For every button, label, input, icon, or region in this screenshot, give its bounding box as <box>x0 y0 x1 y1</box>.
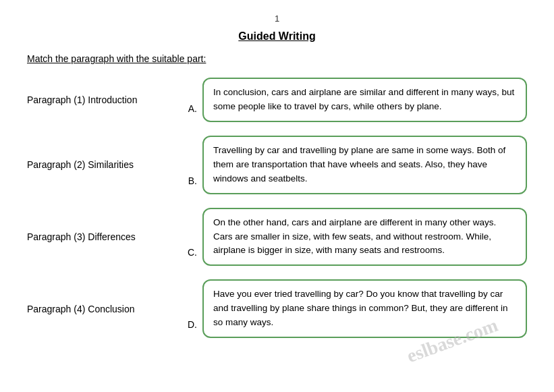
page-title: Guided Writing <box>27 30 527 43</box>
text-box-c: On the other hand, cars and airplane are… <box>202 208 527 267</box>
text-box-b: Travelling by car and travelling by plan… <box>202 136 527 194</box>
table-row: Paragraph (3) Differences C. On the othe… <box>27 208 527 267</box>
table-row: Paragraph (2) Similarities B. Travelling… <box>27 136 527 194</box>
content-area: Paragraph (1) Introduction A. In conclus… <box>27 78 527 338</box>
page: 1 Guided Writing Match the paragraph wit… <box>0 0 554 392</box>
paragraph-label-3: Paragraph (3) Differences <box>27 231 175 242</box>
text-box-d: Have you ever tried travelling by car? D… <box>202 279 527 338</box>
letter-d: D. <box>175 319 202 338</box>
paragraph-label-2: Paragraph (2) Similarities <box>27 159 175 170</box>
letter-b: B. <box>175 175 202 194</box>
table-row: Paragraph (4) Conclusion D. Have you eve… <box>27 279 527 338</box>
table-row: Paragraph (1) Introduction A. In conclus… <box>27 78 527 122</box>
paragraph-label-1: Paragraph (1) Introduction <box>27 94 175 105</box>
instruction-text: Match the paragraph with the suitable pa… <box>27 53 527 64</box>
letter-c: C. <box>175 247 202 266</box>
paragraph-label-4: Paragraph (4) Conclusion <box>27 304 175 314</box>
letter-a: A. <box>175 103 202 122</box>
text-box-a: In conclusion, cars and airplane are sim… <box>202 78 527 122</box>
page-number: 1 <box>27 13 527 24</box>
